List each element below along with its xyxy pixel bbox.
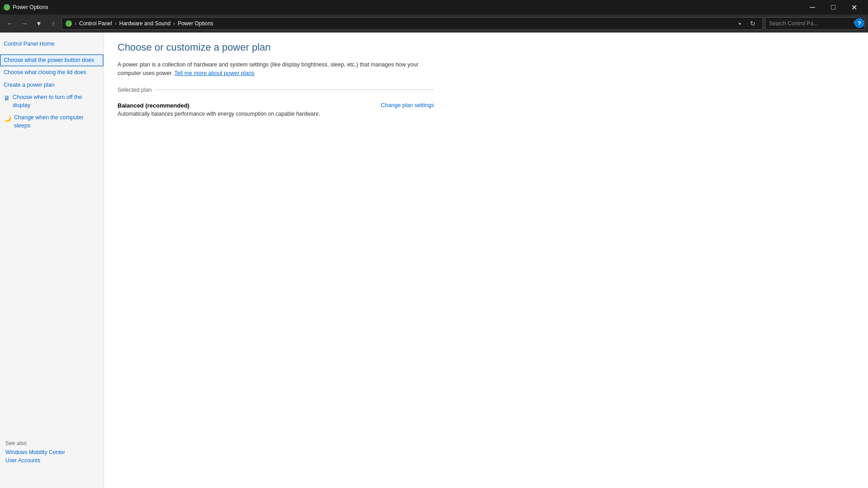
tell-me-more-link[interactable]: Tell me more about power plans (175, 70, 255, 76)
sidebar-item-closing-lid[interactable]: Choose what closing the lid does (0, 66, 104, 79)
address-separator-1: › (75, 20, 76, 27)
user-accounts-link[interactable]: User Accounts (5, 456, 98, 465)
back-button[interactable]: ← (4, 17, 16, 30)
forward-button[interactable]: → (18, 17, 31, 30)
minimize-button[interactable]: ─ (802, 0, 823, 14)
address-icon (66, 20, 72, 27)
sidebar-closing-lid-label: Choose what closing the lid does (4, 69, 86, 77)
help-button[interactable]: ? (854, 18, 864, 28)
address-dropdown-button[interactable]: ▾ (737, 21, 743, 26)
close-button[interactable]: ✕ (844, 0, 864, 14)
main-layout: Control Panel Home Choose what the power… (0, 33, 868, 488)
selected-plan-header: Selected plan (118, 87, 434, 93)
plan-name: Balanced (recommended) (118, 102, 320, 109)
title-bar: Power Options ─ □ ✕ (0, 0, 868, 14)
app-icon (4, 4, 10, 10)
address-separator-2: › (115, 20, 117, 27)
selected-plan-label: Selected plan (118, 87, 152, 93)
address-power-options[interactable]: Power Options (178, 20, 213, 27)
change-plan-settings-link[interactable]: Change plan settings (381, 102, 434, 108)
refresh-button[interactable]: ↻ (746, 17, 759, 30)
description-text: A power plan is a collection of hardware… (118, 61, 419, 76)
plan-info: Balanced (recommended) Automatically bal… (118, 102, 320, 117)
maximize-button[interactable]: □ (823, 0, 844, 14)
address-separator-3: › (173, 20, 175, 27)
plan-description: Automatically balances performance with … (118, 111, 320, 117)
title-bar-controls: ─ □ ✕ (802, 0, 864, 14)
address-control-panel[interactable]: Control Panel (79, 20, 112, 27)
sleep-icon: 🌙 (4, 114, 11, 123)
plan-divider (156, 89, 434, 90)
up-button[interactable]: ↑ (47, 17, 60, 30)
search-input[interactable] (769, 20, 854, 27)
window-title: Power Options (13, 4, 48, 10)
nav-bar: ← → ▼ ↑ › Control Panel › Hardware and S… (0, 14, 868, 33)
sidebar-item-turn-off-display[interactable]: 🖥 Choose when to turn off the display (0, 91, 104, 112)
mobility-center-link[interactable]: Windows Mobility Center (5, 448, 98, 456)
content-area: Choose or customize a power plan A power… (104, 33, 868, 488)
address-bar: › Control Panel › Hardware and Sound › P… (61, 17, 763, 30)
recent-pages-button[interactable]: ▼ (33, 17, 45, 30)
sidebar-item-computer-sleeps[interactable]: 🌙 Change when the computer sleeps (0, 112, 104, 132)
search-bar: 🔍 (765, 17, 864, 30)
sidebar-turn-off-display-label: Choose when to turn off the display (13, 94, 98, 109)
sidebar-item-power-button[interactable]: Choose what the power button does (0, 54, 104, 67)
sidebar-item-create-plan[interactable]: Create a power plan (0, 79, 104, 92)
sidebar-home-label: Control Panel Home (4, 40, 55, 48)
page-description: A power plan is a collection of hardware… (118, 61, 434, 78)
sidebar-computer-sleeps-label: Change when the computer sleeps (14, 114, 98, 130)
display-icon: 🖥 (4, 94, 10, 103)
selected-plan-section: Selected plan Balanced (recommended) Aut… (118, 87, 434, 121)
sidebar: Control Panel Home Choose what the power… (0, 33, 104, 488)
see-also-section: See also Windows Mobility Center User Ac… (0, 435, 104, 470)
sidebar-power-button-label: Choose what the power button does (4, 56, 94, 65)
plan-row: Balanced (recommended) Automatically bal… (118, 99, 434, 121)
sidebar-item-home[interactable]: Control Panel Home (0, 38, 104, 51)
see-also-label: See also (5, 440, 98, 446)
address-hardware-sound[interactable]: Hardware and Sound (119, 20, 170, 27)
page-title: Choose or customize a power plan (118, 42, 854, 53)
title-bar-left: Power Options (4, 4, 48, 10)
sidebar-create-plan-label: Create a power plan (4, 81, 55, 89)
